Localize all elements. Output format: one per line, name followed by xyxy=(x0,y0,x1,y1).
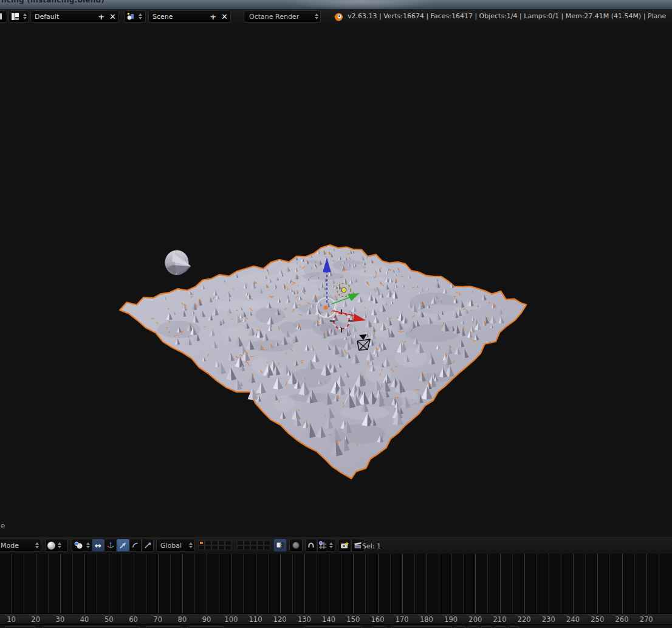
timeline-gridline xyxy=(500,554,501,613)
layer-cell[interactable] xyxy=(211,545,218,550)
layer-cell[interactable] xyxy=(218,545,225,550)
pivot-arrows[interactable] xyxy=(86,542,90,548)
layer-cell[interactable] xyxy=(198,540,205,545)
layout-browse-button[interactable] xyxy=(9,10,29,22)
layers-widget-left[interactable] xyxy=(198,540,231,550)
transform-orientation-select[interactable]: Global xyxy=(156,539,195,552)
scene-name-value: Scene xyxy=(153,13,207,21)
blender-window: ncing (instancing.blend) Default + ✕ xyxy=(0,0,672,628)
render-engine-value: Octane Render xyxy=(249,13,313,21)
layout-name-field[interactable]: Default + ✕ xyxy=(30,10,119,22)
timeline-editor[interactable]: 1020304050607080901001101201301401501601… xyxy=(0,554,672,628)
timeline-gridline xyxy=(194,554,195,613)
layer-cell[interactable] xyxy=(264,540,270,545)
editor-type-button[interactable] xyxy=(0,10,7,22)
timeline-gridline xyxy=(97,554,97,613)
manipulator-arc-button[interactable] xyxy=(129,539,142,552)
manipulator-scale-button[interactable] xyxy=(142,539,154,552)
frame-number-label: 270 xyxy=(640,615,653,624)
snap-increment-icon xyxy=(318,540,327,550)
layer-cell[interactable] xyxy=(264,545,270,550)
viewport-shading-select[interactable] xyxy=(45,539,68,552)
frame-number-label: 260 xyxy=(615,615,629,624)
frame-number-label: 30 xyxy=(56,615,65,624)
timeline-frame-numbers[interactable]: 1020304050607080901001101201301401501601… xyxy=(0,613,672,625)
mode-arrows[interactable] xyxy=(35,542,39,548)
mode-select[interactable]: Mode xyxy=(0,539,41,552)
layer-cell[interactable] xyxy=(257,540,264,545)
orientation-arrows[interactable] xyxy=(189,542,193,548)
proportional-edit-icon xyxy=(292,542,300,549)
layer-cell[interactable] xyxy=(225,540,231,545)
timeline-gridline xyxy=(84,554,85,613)
layout-add-button[interactable]: + xyxy=(95,13,107,21)
timeline-gridline xyxy=(585,554,586,613)
manipulator-translate-button[interactable] xyxy=(105,539,117,552)
rotate-manipulator-icon xyxy=(131,540,140,550)
timeline-gridline xyxy=(170,554,171,613)
lock-camera-layers-button[interactable] xyxy=(273,539,287,552)
timeline-gridline xyxy=(609,554,610,613)
timeline-grid[interactable] xyxy=(0,554,672,613)
scene-browse-arrows[interactable] xyxy=(139,13,142,19)
layer-cell[interactable] xyxy=(218,540,225,545)
timeline-gridline xyxy=(549,554,549,613)
layer-cell[interactable] xyxy=(250,545,257,550)
layer-cell[interactable] xyxy=(250,540,257,545)
manipulator-toggle-button[interactable]: ↔ xyxy=(92,539,105,552)
frame-number-label: 100 xyxy=(224,615,238,624)
layout-close-button[interactable]: ✕ xyxy=(107,13,118,21)
timeline-gridline xyxy=(329,554,329,613)
window-title-bar[interactable]: ncing (instancing.blend) xyxy=(0,0,672,10)
timeline-gridline xyxy=(646,554,647,613)
selection-info: Sel: 1 xyxy=(362,542,381,550)
frame-number-label: 190 xyxy=(444,615,458,624)
layer-cell[interactable] xyxy=(237,545,244,550)
layer-cell[interactable] xyxy=(205,540,211,545)
snap-toggle-button[interactable] xyxy=(305,539,317,552)
layers-widget-right[interactable] xyxy=(237,540,270,550)
scene-close-button[interactable]: ✕ xyxy=(219,13,230,21)
layer-cell[interactable] xyxy=(211,540,218,545)
snap-element-select[interactable] xyxy=(317,539,335,552)
clapperboard-icon xyxy=(353,540,363,550)
timeline-gridline xyxy=(158,554,159,613)
timeline-gridline xyxy=(36,554,36,613)
timeline-gridline xyxy=(487,554,488,613)
layout-browse-arrows[interactable] xyxy=(23,13,27,19)
timeline-gridline xyxy=(134,554,134,613)
manipulator-toggle-icon: ↔ xyxy=(95,541,101,550)
layer-cell[interactable] xyxy=(225,545,231,550)
render-engine-select[interactable]: Octane Render xyxy=(244,10,321,22)
layer-cell[interactable] xyxy=(257,545,264,550)
editor-type-icon xyxy=(0,12,3,21)
scene-add-button[interactable]: + xyxy=(207,13,219,21)
layer-cell[interactable] xyxy=(244,545,250,550)
layer-cell[interactable] xyxy=(205,545,211,550)
3d-viewport[interactable]: e xyxy=(0,24,672,537)
camera-render-icon xyxy=(340,540,349,550)
timeline-gridline xyxy=(292,554,293,613)
scene-name-field[interactable]: Scene + ✕ xyxy=(148,10,231,22)
timeline-gridline xyxy=(402,554,403,613)
opengl-render-button[interactable] xyxy=(338,539,351,552)
scene-browse-button[interactable] xyxy=(124,10,146,22)
layer-cell[interactable] xyxy=(198,545,205,550)
layer-cell[interactable] xyxy=(237,540,244,545)
timeline-gridline xyxy=(353,554,354,613)
timeline-gridline xyxy=(561,554,561,613)
render-engine-arrows[interactable] xyxy=(315,13,318,19)
viewport-canvas xyxy=(0,24,672,537)
timeline-header-clipped xyxy=(0,624,672,628)
shading-arrows[interactable] xyxy=(58,542,61,548)
manipulator-rotate-button[interactable] xyxy=(117,539,129,552)
screen-layout-icon xyxy=(10,12,20,21)
frame-number-label: 140 xyxy=(322,615,335,624)
layer-cell[interactable] xyxy=(244,540,250,545)
timeline-gridline xyxy=(231,554,231,613)
snap-element-arrows[interactable] xyxy=(329,542,333,548)
proportional-edit-button[interactable] xyxy=(289,539,303,552)
scene-icon xyxy=(126,12,135,21)
blender-logo-icon xyxy=(333,12,343,22)
frame-number-label: 250 xyxy=(591,615,604,624)
